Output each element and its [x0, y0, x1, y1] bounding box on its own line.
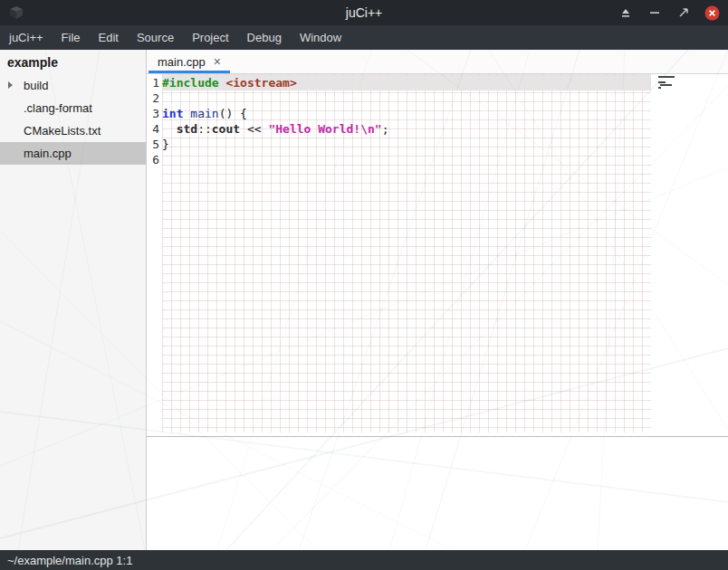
status-file-position: ~/example/main.cpp 1:1 — [7, 554, 132, 567]
content: example build.clang-formatCMakeLists.txt… — [0, 50, 728, 550]
minimap[interactable] — [651, 76, 728, 436]
minimize-icon[interactable] — [647, 5, 662, 21]
window-controls — [618, 5, 720, 21]
token-plain — [162, 122, 177, 136]
token-plain: () { — [219, 107, 247, 120]
token-func: main — [190, 107, 218, 120]
menu-item-juci[interactable]: juCi++ — [0, 25, 53, 50]
tree-item-label: CMakeLists.txt — [24, 124, 101, 138]
code-line: int main() { — [162, 106, 651, 121]
line-number: 6 — [147, 152, 159, 167]
gutter: 123456 — [147, 74, 162, 436]
menu-item-debug[interactable]: Debug — [238, 25, 291, 50]
terminal-panel[interactable] — [147, 436, 728, 550]
close-icon[interactable] — [704, 5, 720, 21]
token-plain: ; — [382, 122, 389, 136]
line-number: 5 — [147, 137, 159, 152]
token-preproc: #include — [162, 76, 219, 90]
editor[interactable]: 123456 #include <iostream>int main() { s… — [147, 74, 728, 436]
code-line — [162, 152, 651, 167]
file-tree: build.clang-formatCMakeLists.txtmain.cpp — [0, 74, 146, 165]
minimap-line-mark — [660, 84, 672, 86]
code-line — [162, 90, 651, 106]
eject-icon[interactable] — [618, 5, 633, 21]
token-plain: :: — [197, 122, 212, 136]
tab-close-icon[interactable]: × — [214, 55, 221, 68]
restore-icon[interactable] — [675, 5, 691, 21]
sidebar: example build.clang-formatCMakeLists.txt… — [0, 50, 147, 550]
minimap-line-mark — [658, 76, 675, 78]
token-var: cout — [212, 122, 240, 136]
status-bar: ~/example/main.cpp 1:1 — [0, 550, 728, 570]
menu-item-source[interactable]: Source — [128, 25, 183, 50]
token-include: <iostream> — [225, 76, 296, 90]
tree-item-label: .clang-format — [24, 101, 92, 115]
menu-item-window[interactable]: Window — [291, 25, 350, 50]
tree-item-clang-format[interactable]: .clang-format — [0, 97, 146, 119]
tree-item-label: main.cpp — [24, 147, 72, 160]
tab-label: main.cpp — [158, 55, 206, 69]
code-line: std::cout << "Hello World!\n"; — [162, 121, 651, 137]
token-plain: } — [162, 138, 169, 151]
menu-item-edit[interactable]: Edit — [90, 25, 128, 50]
expander-icon[interactable] — [8, 81, 13, 89]
menu-bar: juCi++FileEditSourceProjectDebugWindow — [0, 25, 728, 50]
token-type: int — [162, 107, 183, 120]
code-line: } — [162, 137, 651, 152]
menu-item-file[interactable]: File — [53, 25, 90, 50]
code-area[interactable]: #include <iostream>int main() { std::cou… — [162, 74, 651, 432]
menu-item-project[interactable]: Project — [183, 25, 237, 50]
app-icon — [8, 5, 26, 21]
tree-item-main-cpp[interactable]: main.cpp — [0, 142, 146, 165]
token-ns: std — [177, 122, 197, 136]
line-number: 1 — [147, 75, 159, 90]
app-window: juCi++ — [0, 0, 728, 570]
tree-item-cmakelists-txt[interactable]: CMakeLists.txt — [0, 119, 146, 142]
line-number: 4 — [147, 121, 159, 137]
project-name: example — [0, 50, 146, 74]
tab-main-cpp[interactable]: main.cpp× — [148, 50, 230, 73]
code-line: #include <iostream> — [162, 75, 651, 90]
tree-item-label: build — [24, 79, 48, 92]
line-number: 2 — [147, 90, 159, 106]
tree-item-build[interactable]: build — [0, 74, 146, 97]
title-bar: juCi++ — [0, 0, 728, 25]
minimap-line-mark — [658, 87, 661, 89]
tab-bar: main.cpp× — [147, 50, 728, 74]
token-plain: << — [240, 122, 268, 136]
minimap-line-mark — [658, 81, 666, 83]
main-area: main.cpp× 123456 #include <iostream>int … — [147, 50, 728, 550]
token-string: "Hello World!\n" — [268, 122, 381, 136]
line-number: 3 — [147, 106, 159, 121]
